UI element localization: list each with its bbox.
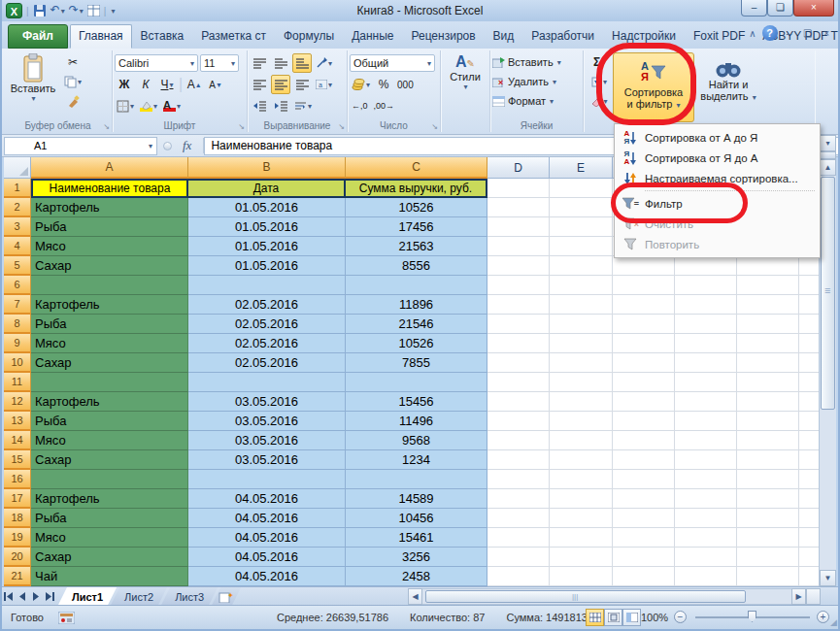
cell-E19[interactable] <box>550 528 613 548</box>
cell-F21[interactable] <box>613 567 675 586</box>
align-bottom-icon[interactable] <box>292 53 312 73</box>
cell-B5[interactable]: 01.05.2016 <box>188 256 346 276</box>
row-header-10[interactable]: 10 <box>4 353 31 373</box>
cell-F19[interactable] <box>613 528 675 548</box>
cell-A3[interactable]: Рыба <box>31 217 188 237</box>
hscroll-thumb[interactable] <box>425 590 746 603</box>
fill-icon[interactable]: ▾ <box>586 72 613 91</box>
cell-H8[interactable] <box>737 315 799 334</box>
menu-item-custom-sort[interactable]: Настраиваемая сортировка... <box>616 168 819 188</box>
cell-D15[interactable] <box>487 450 550 470</box>
cell-C18[interactable]: 10456 <box>346 509 487 528</box>
cell-F18[interactable] <box>613 509 675 528</box>
cell-G11[interactable] <box>675 373 737 392</box>
cell-C21[interactable]: 2458 <box>346 567 487 586</box>
minimize-button[interactable]: – <box>741 0 767 17</box>
borders-icon[interactable]: ▾ <box>115 96 136 116</box>
cell-F7[interactable] <box>613 295 675 315</box>
maximize-button[interactable]: ❏ <box>767 0 793 17</box>
cell-F11[interactable] <box>613 373 675 392</box>
workbook-close-icon[interactable]: × <box>821 28 832 39</box>
clear-icon[interactable]: ▾ <box>586 91 613 111</box>
column-header-A[interactable]: A <box>31 157 188 179</box>
cell-C13[interactable]: 11496 <box>346 412 487 431</box>
cell-A17[interactable]: Картофель <box>31 489 188 509</box>
cell-B21[interactable]: 04.05.2016 <box>188 567 346 586</box>
fill-color-icon[interactable]: ▾ <box>138 96 159 116</box>
cell-A11[interactable] <box>31 373 188 392</box>
name-box[interactable]: A1▾ <box>4 137 157 155</box>
cell-F15[interactable] <box>613 450 675 470</box>
scroll-up-icon[interactable]: ▲ <box>820 159 836 176</box>
cell-D10[interactable] <box>487 353 550 373</box>
cell-C5[interactable]: 8556 <box>346 256 487 276</box>
sheet-tab-Лист2[interactable]: Лист2 <box>111 587 167 605</box>
alignment-dialog-launcher[interactable]: ↘ <box>338 122 345 131</box>
clipboard-dialog-launcher[interactable]: ↘ <box>103 122 110 131</box>
cell-F13[interactable] <box>613 412 675 431</box>
cell-G17[interactable] <box>675 489 737 509</box>
view-page-break-icon[interactable] <box>622 609 641 626</box>
cell-D4[interactable] <box>487 237 550 256</box>
orientation-icon[interactable]: ▾ <box>314 53 334 73</box>
delete-cells-button[interactable]: × Удалить▾ <box>492 72 581 91</box>
font-dialog-launcher[interactable]: ↘ <box>238 122 245 131</box>
first-sheet-icon[interactable] <box>2 587 16 605</box>
cell-H10[interactable] <box>737 353 799 373</box>
cell-A8[interactable]: Рыба <box>31 315 188 334</box>
menu-item-filter[interactable]: =Фильтр <box>616 193 819 214</box>
cell-C12[interactable]: 15456 <box>346 392 487 412</box>
cell-A6[interactable] <box>31 276 188 295</box>
view-page-layout-icon[interactable] <box>604 609 622 626</box>
sheet-tab-Лист1[interactable]: Лист1 <box>58 587 117 605</box>
macro-record-icon[interactable] <box>58 612 84 624</box>
cell-E21[interactable] <box>550 567 613 586</box>
align-middle-icon[interactable] <box>271 53 290 73</box>
close-button[interactable]: × <box>793 0 834 17</box>
cell-C7[interactable]: 11896 <box>346 295 487 315</box>
cell-B17[interactable]: 04.05.2016 <box>188 489 346 509</box>
cell-D3[interactable] <box>487 217 550 237</box>
cell-E10[interactable] <box>550 353 613 373</box>
cell-H9[interactable] <box>737 334 799 353</box>
cell-B2[interactable]: 01.05.2016 <box>188 198 346 217</box>
collapse-ribbon-icon[interactable]: ∧ <box>749 28 756 39</box>
cell-B4[interactable]: 01.05.2016 <box>188 237 346 256</box>
align-left-icon[interactable] <box>250 75 269 94</box>
cell-B7[interactable]: 02.05.2016 <box>188 295 346 315</box>
decrease-decimal-icon[interactable]: ,00→ <box>372 96 397 116</box>
cell-H13[interactable] <box>737 412 799 431</box>
copy-icon[interactable]: ▾ <box>62 72 84 91</box>
cell-E9[interactable] <box>550 334 613 353</box>
cell-E14[interactable] <box>550 431 613 450</box>
cell-E20[interactable] <box>550 548 613 567</box>
cell-A18[interactable]: Рыба <box>31 509 188 528</box>
font-size-select[interactable]: 11▾ <box>200 54 239 72</box>
row-header-9[interactable]: 9 <box>4 334 31 353</box>
insert-function-icon[interactable]: fx <box>177 138 204 153</box>
cell-E4[interactable] <box>550 237 613 256</box>
cell-D7[interactable] <box>487 295 550 315</box>
cell-D16[interactable] <box>487 470 550 489</box>
hscroll-right-icon[interactable]: ▶ <box>791 588 806 605</box>
cell-G18[interactable] <box>675 509 737 528</box>
increase-decimal-icon[interactable]: ←,0 <box>350 96 370 116</box>
row-header-18[interactable]: 18 <box>4 509 31 528</box>
cell-D6[interactable] <box>487 276 550 295</box>
cell-D20[interactable] <box>487 548 550 567</box>
cell-H20[interactable] <box>737 548 799 567</box>
bold-button[interactable]: Ж <box>115 75 134 94</box>
cell-C11[interactable] <box>346 373 487 392</box>
select-all-corner[interactable] <box>4 157 31 179</box>
cell-C20[interactable]: 3256 <box>346 548 487 567</box>
cell-B19[interactable]: 04.05.2016 <box>188 528 346 548</box>
cell-E1[interactable] <box>550 179 613 198</box>
row-header-17[interactable]: 17 <box>4 489 31 509</box>
hscroll-track[interactable] <box>422 588 791 605</box>
tab-file[interactable]: Файл <box>8 24 68 49</box>
cell-H17[interactable] <box>737 489 799 509</box>
cell-C10[interactable]: 7855 <box>346 353 487 373</box>
shrink-font-button[interactable]: А▼ <box>206 75 225 94</box>
cell-D8[interactable] <box>487 315 550 334</box>
font-name-select[interactable]: Calibri▾ <box>115 54 198 72</box>
